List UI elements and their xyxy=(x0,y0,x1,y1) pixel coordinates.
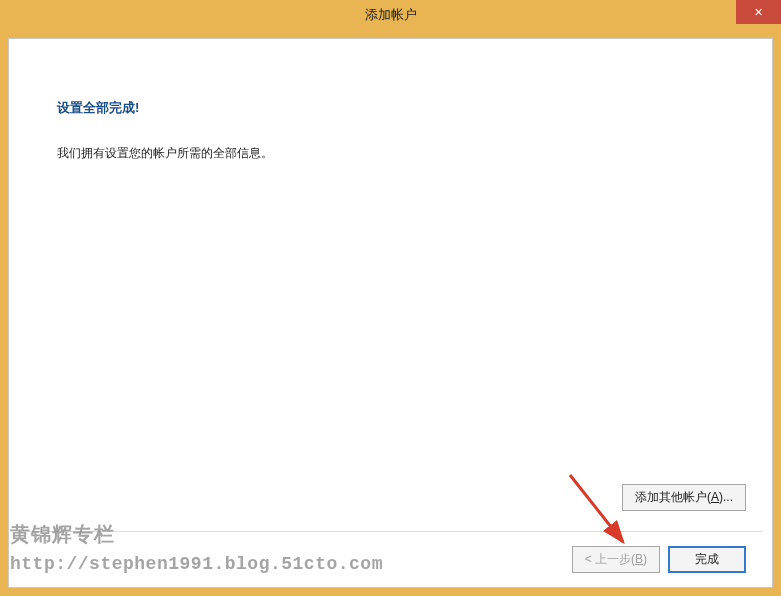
separator xyxy=(19,531,762,532)
dialog-panel: 设置全部完成! 我们拥有设置您的帐户所需的全部信息。 添加其他帐户(A)... … xyxy=(8,38,773,588)
content-area: 设置全部完成! 我们拥有设置您的帐户所需的全部信息。 xyxy=(9,39,772,162)
wizard-button-row: < 上一步(B) 完成 xyxy=(572,546,746,573)
finish-button[interactable]: 完成 xyxy=(668,546,746,573)
setup-complete-heading: 设置全部完成! xyxy=(57,99,744,117)
titlebar: 添加帐户 × xyxy=(0,0,781,30)
close-icon: × xyxy=(754,4,762,20)
add-other-account-row: 添加其他帐户(A)... xyxy=(622,484,746,511)
setup-complete-message: 我们拥有设置您的帐户所需的全部信息。 xyxy=(57,145,744,162)
window-title: 添加帐户 xyxy=(0,6,781,24)
window-border: 设置全部完成! 我们拥有设置您的帐户所需的全部信息。 添加其他帐户(A)... … xyxy=(0,30,781,596)
add-other-account-button[interactable]: 添加其他帐户(A)... xyxy=(622,484,746,511)
close-button[interactable]: × xyxy=(736,0,781,24)
back-button: < 上一步(B) xyxy=(572,546,660,573)
